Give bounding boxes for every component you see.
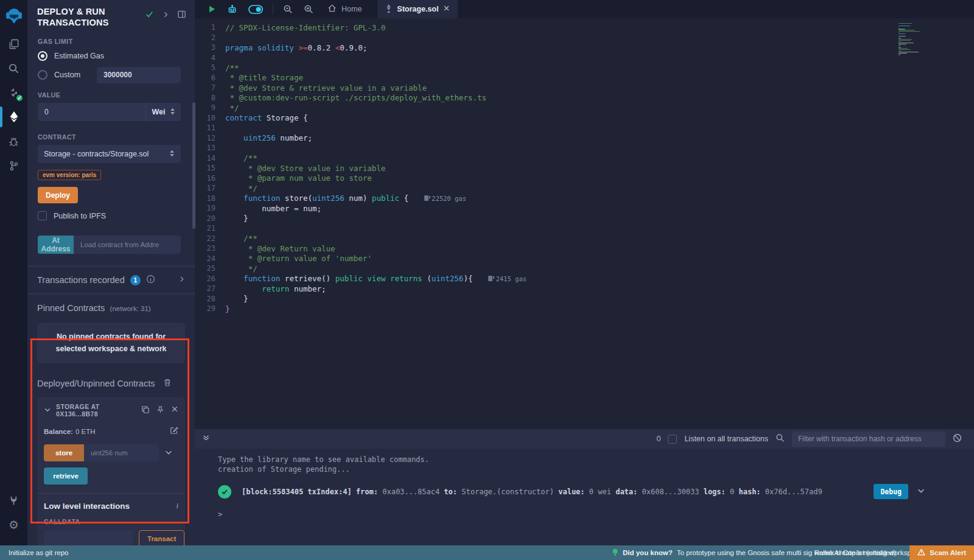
code-line[interactable]: 11 (195, 123, 974, 133)
code-line[interactable]: 6 * @title Storage (195, 73, 974, 83)
trash-icon[interactable] (163, 378, 172, 389)
clear-console-icon[interactable] (953, 433, 962, 445)
terminal-filter-input[interactable] (792, 432, 945, 447)
code-line[interactable]: 27 return number; (195, 284, 974, 294)
code-line[interactable]: 9 */ (195, 103, 974, 113)
store-function-button[interactable]: store (44, 444, 84, 461)
deploy-and-run-icon[interactable] (0, 105, 27, 129)
panel-scrollbar[interactable] (192, 102, 195, 229)
line-number: 14 (195, 154, 225, 163)
search-icon[interactable] (0, 56, 27, 80)
close-icon[interactable] (171, 405, 178, 416)
copy-icon[interactable] (141, 405, 150, 416)
code-line[interactable]: 3pragma solidity >=0.8.2 <0.9.0; (195, 43, 974, 53)
publish-ipfs-option[interactable]: Publish to IPFS (38, 211, 181, 220)
git-init-button[interactable]: Initialize as git repo (9, 545, 68, 560)
run-script-icon[interactable] (202, 0, 222, 18)
collapse-terminal-icon[interactable] (202, 433, 210, 444)
terminal-prompt[interactable]: > (218, 509, 974, 519)
code-line[interactable]: 21 (195, 223, 974, 234)
transactions-recorded-row[interactable]: Transactions recorded 1 (27, 266, 195, 293)
stepper-icon (170, 108, 175, 117)
value-unit-select[interactable]: Wei (145, 103, 181, 121)
scam-alert-button[interactable]: Scam Alert (909, 545, 974, 560)
line-number: 10 (195, 114, 225, 122)
chevron-right-icon[interactable] (162, 11, 169, 20)
code-line[interactable]: 7 * @dev Store & retrieve value in a var… (195, 83, 974, 93)
code-line[interactable]: 2 (195, 33, 974, 43)
contract-selected-value: Storage - contracts/Storage.sol (44, 150, 149, 158)
debugger-icon[interactable] (0, 129, 27, 153)
value-input[interactable] (38, 103, 145, 121)
code-line[interactable]: 5/** (195, 63, 974, 73)
code-line[interactable]: 28 } (195, 294, 974, 304)
code-line[interactable]: 1// SPDX-License-Identifier: GPL-3.0 (195, 23, 974, 33)
file-explorer-icon[interactable] (0, 32, 27, 56)
debug-button[interactable]: Debug (874, 484, 908, 499)
remix-logo-icon[interactable] (0, 0, 27, 32)
zoom-in-icon[interactable] (298, 0, 319, 18)
store-argument-input[interactable] (84, 444, 159, 461)
git-icon[interactable] (0, 153, 27, 178)
at-address-button[interactable]: At Address (38, 236, 74, 254)
code-line[interactable]: 10contract Storage { (195, 113, 974, 124)
code-line[interactable]: 20 } (195, 214, 974, 224)
evm-version-badge: evm version: paris (38, 170, 101, 180)
edit-icon[interactable] (170, 426, 178, 436)
solidity-compiler-icon[interactable]: ✓ (0, 80, 27, 105)
code-line[interactable]: 15 * @dev Store value in variable (195, 163, 974, 173)
pin-icon[interactable] (156, 405, 164, 416)
line-number: 12 (195, 134, 225, 142)
settings-icon[interactable]: ⚙ (0, 513, 27, 537)
at-address-input[interactable] (74, 236, 181, 254)
chevron-right-icon[interactable] (178, 276, 185, 284)
estimated-gas-option[interactable]: Estimated Gas (38, 49, 181, 63)
code-text: * @dev Store value in variable (225, 164, 385, 173)
code-line[interactable]: 26 function retrieve() public view retur… (195, 274, 974, 284)
pending-tx-count: 0 (656, 435, 660, 443)
code-text: } (225, 304, 230, 313)
ai-copilot-robot-icon[interactable] (222, 0, 243, 18)
code-line[interactable]: 16 * @param num value to store (195, 173, 974, 184)
code-line[interactable]: 29} (195, 304, 974, 314)
contract-select[interactable]: Storage - contracts/Storage.sol (38, 145, 181, 163)
deploy-button[interactable]: Deploy (38, 187, 78, 203)
code-editor[interactable]: 1// SPDX-License-Identifier: GPL-3.023pr… (195, 18, 974, 429)
tab-home[interactable]: Home (319, 0, 370, 18)
info-icon[interactable]: i (176, 501, 178, 511)
zoom-out-icon[interactable] (278, 0, 298, 18)
code-line[interactable]: 14 /** (195, 153, 974, 164)
pin-panel-icon[interactable] (177, 10, 186, 21)
copilot-status[interactable]: RemixAI Copilot (enabled) (815, 545, 896, 560)
code-line[interactable]: 22 /** (195, 234, 974, 244)
code-line[interactable]: 19 number = num; (195, 203, 974, 214)
expand-tx-icon[interactable] (917, 486, 925, 497)
code-line[interactable]: 8 * @custom:dev-run-script ./scripts/dep… (195, 93, 974, 103)
tab-close-icon[interactable] (443, 5, 450, 13)
code-line[interactable]: 18 function store(uint256 num) public {2… (195, 194, 974, 204)
custom-gas-option[interactable]: Custom (38, 68, 181, 82)
terminal-header[interactable]: 0 Listen on all transactions (195, 429, 974, 449)
custom-gas-input[interactable] (97, 67, 181, 83)
deployed-contract-card: STORAGE AT 0X136...8B78 Balance: 0 ETH s… (37, 397, 185, 555)
retrieve-function-button[interactable]: retrieve (44, 467, 88, 485)
code-line[interactable]: 4 (195, 53, 974, 63)
code-line[interactable]: 24 * @return value of 'number' (195, 254, 974, 264)
chevron-down-icon[interactable] (164, 448, 173, 458)
tab-storage-sol[interactable]: Storage.sol (377, 0, 458, 18)
calldata-label: CALLDATA (44, 518, 178, 525)
copilot-toggle-icon[interactable] (243, 0, 268, 18)
code-line[interactable]: 12 uint256 number; (195, 133, 974, 144)
chevron-down-icon[interactable] (44, 406, 51, 415)
code-line[interactable]: 23 * @dev Return value (195, 243, 974, 254)
code-line[interactable]: 13 (195, 143, 974, 153)
info-circle-icon[interactable] (146, 275, 155, 285)
plugin-manager-icon[interactable] (0, 488, 27, 513)
listen-all-checkbox[interactable] (668, 435, 677, 444)
code-line[interactable]: 17 */ (195, 183, 974, 194)
warning-icon (917, 548, 925, 557)
transaction-log-row[interactable]: [block:5583405 txIndex:4] from: 0xa03...… (218, 484, 974, 499)
terminal[interactable]: Type the library name to see available c… (195, 449, 974, 545)
code-line[interactable]: 25 */ (195, 264, 974, 274)
minimap[interactable] (899, 23, 950, 56)
